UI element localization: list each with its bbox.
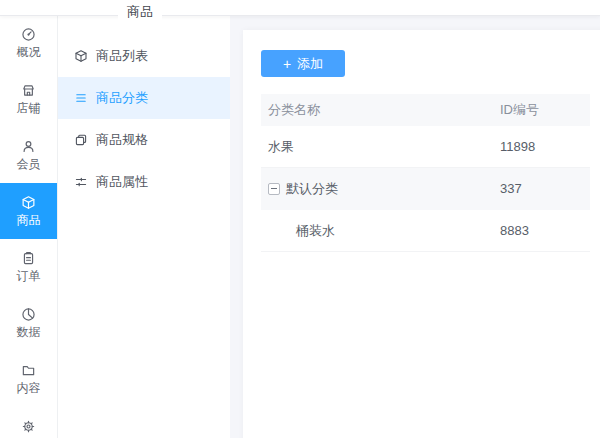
plus-icon: + [283, 57, 291, 71]
category-table: 分类名称 ID编号 水果11898默认分类337桶装水8883 [261, 94, 590, 252]
sidebar-item-label: 概况 [17, 46, 41, 59]
cube-icon [74, 49, 88, 63]
table-header-row: 分类名称 ID编号 [261, 94, 590, 126]
app-window: 商品 概况店铺会员商品订单数据内容系统 商品列表商品分类商品规格商品属性 + 添… [0, 0, 600, 438]
column-header-id: ID编号 [500, 101, 590, 119]
sidebar-item-label: 店铺 [17, 102, 41, 115]
sidebar-item-shop[interactable]: 店铺 [0, 71, 57, 127]
category-name-cell: 默认分类 [261, 180, 500, 198]
submenu-item-product-attr[interactable]: 商品属性 [58, 161, 230, 203]
table-row: 默认分类337 [261, 168, 590, 210]
gear-icon [21, 419, 36, 434]
collapse-toggle-icon[interactable] [268, 183, 280, 195]
submenu-item-product-spec[interactable]: 商品规格 [58, 119, 230, 161]
secondary-sidebar: 商品列表商品分类商品规格商品属性 [58, 15, 230, 438]
sidebar-item-label: 会员 [17, 158, 41, 171]
category-id-cell: 8883 [500, 223, 590, 238]
sidebar-item-member[interactable]: 会员 [0, 127, 57, 183]
top-navbar [0, 0, 600, 16]
category-id-cell: 11898 [500, 139, 590, 154]
category-id-cell: 337 [500, 181, 590, 196]
sidebar-item-product[interactable]: 商品 [0, 183, 57, 239]
sidebar-item-overview[interactable]: 概况 [0, 15, 57, 71]
sidebar-item-label: 商品 [17, 214, 41, 227]
submenu-item-product-list[interactable]: 商品列表 [58, 35, 230, 77]
column-header-category-name: 分类名称 [261, 101, 500, 119]
sidebar-item-label: 数据 [17, 326, 41, 339]
submenu-item-label: 商品列表 [96, 47, 148, 65]
sidebar-item-data[interactable]: 数据 [0, 295, 57, 351]
cube-icon [21, 195, 36, 210]
main-area: + 添加 分类名称 ID编号 水果11898默认分类337桶装水8883 [230, 15, 600, 438]
add-button[interactable]: + 添加 [261, 50, 345, 77]
storefront-icon [21, 83, 36, 98]
sidebar-item-label: 订单 [17, 270, 41, 283]
category-name-text: 桶装水 [296, 222, 335, 240]
list-icon [74, 91, 88, 105]
pie-chart-icon [21, 307, 36, 322]
sidebar-item-order[interactable]: 订单 [0, 239, 57, 295]
sidebar-item-content[interactable]: 内容 [0, 351, 57, 407]
add-button-label: 添加 [297, 55, 323, 73]
category-name-cell: 水果 [261, 138, 500, 156]
user-icon [21, 139, 36, 154]
submenu-item-product-category[interactable]: 商品分类 [58, 77, 230, 119]
table-body: 水果11898默认分类337桶装水8883 [261, 126, 590, 252]
gauge-icon [21, 27, 36, 42]
table-row: 水果11898 [261, 126, 590, 168]
category-name-text: 水果 [268, 138, 294, 156]
submenu-item-label: 商品分类 [96, 89, 148, 107]
primary-sidebar: 概况店铺会员商品订单数据内容系统 [0, 15, 58, 438]
sliders-icon [74, 175, 88, 189]
content-card: + 添加 分类名称 ID编号 水果11898默认分类337桶装水8883 [243, 30, 600, 438]
table-row: 桶装水8883 [261, 210, 590, 252]
clipboard-icon [21, 251, 36, 266]
submenu-item-label: 商品规格 [96, 131, 148, 149]
copy-icon [74, 133, 88, 147]
category-name-cell: 桶装水 [261, 222, 500, 240]
submenu-item-label: 商品属性 [96, 173, 148, 191]
sidebar-item-system[interactable]: 系统 [0, 407, 57, 438]
category-name-text: 默认分类 [286, 180, 338, 198]
submenu-title: 商品 [118, 3, 162, 21]
folder-icon [21, 363, 36, 378]
sidebar-item-label: 内容 [17, 382, 41, 395]
